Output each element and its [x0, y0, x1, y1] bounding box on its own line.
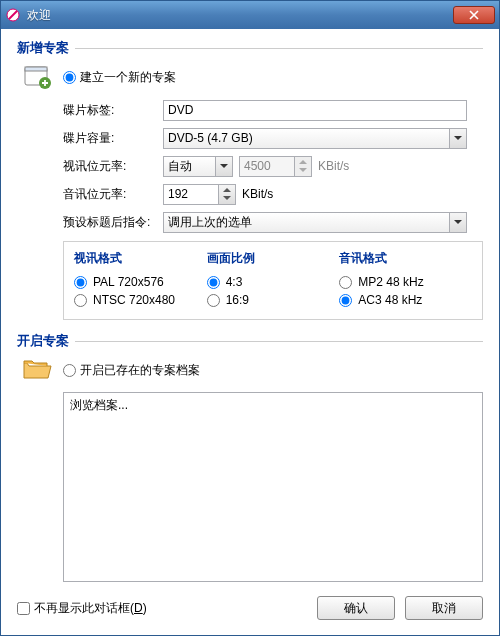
window-title: 欢迎 [27, 7, 453, 24]
aspect-43-radio[interactable]: 4:3 [207, 275, 340, 289]
audio-bitrate-input[interactable] [163, 184, 219, 205]
video-ntsc-radio[interactable]: NTSC 720x480 [74, 293, 207, 307]
post-cmd-value: 调用上次的选单 [163, 212, 450, 233]
create-project-radio-label: 建立一个新的专案 [80, 69, 176, 86]
chevron-down-icon[interactable] [449, 128, 467, 149]
audio-mp2-radio[interactable]: MP2 48 kHz [339, 275, 472, 289]
spinner-icon[interactable] [218, 184, 236, 205]
open-project-radio-input[interactable] [63, 364, 76, 377]
open-project-row: 开启已存在的专案档案 [17, 354, 483, 386]
welcome-dialog: 欢迎 新增专案 建立一个新的专案 碟片标签: [0, 0, 500, 636]
cancel-button[interactable]: 取消 [405, 596, 483, 620]
disc-capacity-label: 碟片容量: [63, 130, 163, 147]
audio-format-col: 音讯格式 MP2 48 kHz AC3 48 kHz [339, 250, 472, 311]
dialog-footer: 不再显示此对话框(D) 确认 取消 [1, 591, 499, 635]
video-bitrate-mode-value: 自动 [163, 156, 216, 177]
audio-bitrate-label: 音讯位元率: [63, 186, 163, 203]
close-button[interactable] [453, 6, 495, 24]
app-icon [5, 7, 21, 23]
open-folder-icon [21, 354, 53, 386]
create-project-radio[interactable]: 建立一个新的专案 [63, 69, 176, 86]
video-pal-radio[interactable]: PAL 720x576 [74, 275, 207, 289]
new-project-icon [21, 61, 53, 93]
video-bitrate-mode-select[interactable]: 自动 [163, 156, 233, 177]
video-bitrate-input [239, 156, 295, 177]
aspect-169-radio[interactable]: 16:9 [207, 293, 340, 307]
new-project-title: 新增专案 [17, 39, 75, 57]
post-cmd-label: 预设标题后指令: [63, 214, 163, 231]
format-box: 视讯格式 PAL 720x576 NTSC 720x480 画面比例 4:3 1… [63, 241, 483, 320]
open-project-group: 开启专案 开启已存在的专案档案 浏览档案... [17, 332, 483, 582]
audio-bitrate-unit: KBit/s [242, 187, 273, 201]
ok-button[interactable]: 确认 [317, 596, 395, 620]
audio-format-title: 音讯格式 [339, 250, 472, 267]
disc-label-label: 碟片标签: [63, 102, 163, 119]
file-list[interactable]: 浏览档案... [63, 392, 483, 582]
create-project-radio-input[interactable] [63, 71, 76, 84]
disc-capacity-select[interactable]: DVD-5 (4.7 GB) [163, 128, 467, 149]
video-format-col: 视讯格式 PAL 720x576 NTSC 720x480 [74, 250, 207, 311]
chevron-down-icon[interactable] [215, 156, 233, 177]
video-bitrate-label: 视讯位元率: [63, 158, 163, 175]
aspect-col: 画面比例 4:3 16:9 [207, 250, 340, 311]
new-project-group: 新增专案 建立一个新的专案 碟片标签: 碟片容量: DV [17, 39, 483, 324]
aspect-title: 画面比例 [207, 250, 340, 267]
audio-ac3-radio[interactable]: AC3 48 kHz [339, 293, 472, 307]
dont-show-checkbox-input[interactable] [17, 602, 30, 615]
divider [17, 341, 483, 342]
new-project-form: 碟片标签: 碟片容量: DVD-5 (4.7 GB) 视讯位元率: 自动 [63, 99, 483, 233]
post-cmd-select[interactable]: 调用上次的选单 [163, 212, 467, 233]
divider [17, 48, 483, 49]
dont-show-checkbox[interactable]: 不再显示此对话框(D) [17, 600, 307, 617]
svg-rect-2 [25, 67, 47, 71]
dialog-content: 新增专案 建立一个新的专案 碟片标签: 碟片容量: DV [1, 29, 499, 591]
titlebar[interactable]: 欢迎 [1, 1, 499, 29]
create-project-row: 建立一个新的专案 [17, 61, 483, 93]
disc-label-input[interactable] [163, 100, 467, 121]
browse-files-item[interactable]: 浏览档案... [70, 397, 476, 414]
open-project-title: 开启专案 [17, 332, 75, 350]
video-bitrate-unit: KBit/s [318, 159, 349, 173]
disc-capacity-value: DVD-5 (4.7 GB) [163, 128, 450, 149]
chevron-down-icon[interactable] [449, 212, 467, 233]
video-format-title: 视讯格式 [74, 250, 207, 267]
spinner-icon [294, 156, 312, 177]
open-project-radio[interactable]: 开启已存在的专案档案 [63, 362, 200, 379]
open-project-radio-label: 开启已存在的专案档案 [80, 362, 200, 379]
